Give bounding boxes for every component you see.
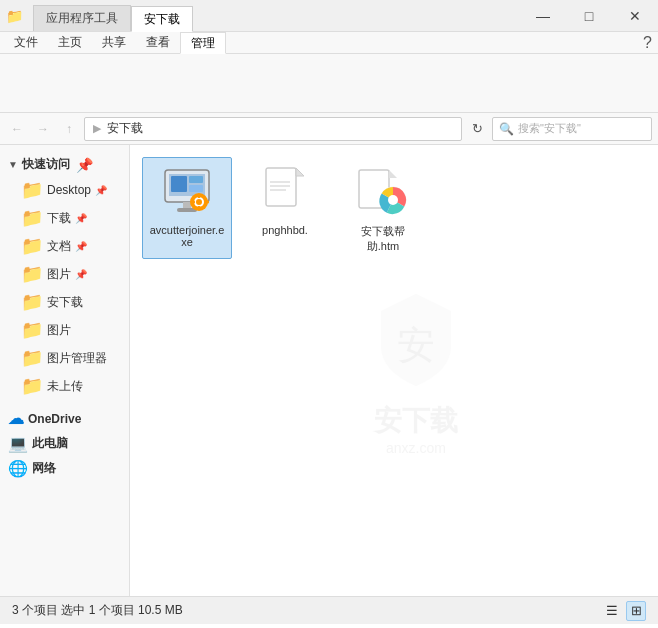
title-bar: 📁 应用程序工具 安下载 — □ ✕ — [0, 0, 658, 32]
title-bar-tabs: 应用程序工具 安下载 — [29, 0, 520, 31]
minimize-button[interactable]: — — [520, 0, 566, 32]
sidebar-item-label: 安下载 — [47, 294, 83, 311]
pin-icon: 📌 — [95, 185, 107, 196]
sidebar-item-not-uploaded[interactable]: 📁 未上传 — [0, 372, 129, 400]
sidebar-item-download[interactable]: 📁 下载 📌 — [0, 204, 129, 232]
svg-text:安: 安 — [397, 324, 435, 366]
quick-access-label: 快速访问 — [22, 156, 70, 173]
sidebar-item-label: 下载 — [47, 210, 71, 227]
svg-rect-11 — [198, 194, 201, 198]
breadcrumb-folder[interactable]: 安下载 — [107, 120, 143, 137]
sidebar-item-documents[interactable]: 📁 文档 📌 — [0, 232, 129, 260]
maximize-button[interactable]: □ — [566, 0, 612, 32]
svg-rect-5 — [189, 185, 203, 192]
breadcrumb: ▶ 安下载 — [93, 120, 147, 137]
file-label-pnghhbd: pnghhbd. — [262, 224, 308, 236]
thispc-icon: 💻 — [8, 434, 28, 453]
file-item-pnghhbd[interactable]: pnghhbd. — [240, 157, 330, 259]
pin-icon: 📌 — [75, 269, 87, 280]
network-label: 网络 — [32, 460, 56, 477]
sidebar-item-label: 未上传 — [47, 378, 83, 395]
main-area: ▼ 快速访问 📌 📁 Desktop 📌 📁 下载 📌 📁 文档 📌 📁 图片 … — [0, 145, 658, 596]
close-button[interactable]: ✕ — [612, 0, 658, 32]
watermark-sub: anxz.com — [386, 440, 446, 456]
large-icons-view-button[interactable]: ⊞ — [626, 601, 646, 621]
svg-rect-4 — [189, 176, 203, 183]
folder-icon: 📁 — [21, 375, 43, 397]
details-view-button[interactable]: ☰ — [602, 601, 622, 621]
address-right: ↻ — [466, 118, 488, 140]
file-label-htm: 安下载帮助.htm — [361, 224, 405, 254]
ribbon: 文件 主页 共享 查看 管理 ? — [0, 32, 658, 113]
thispc-label: 此电脑 — [32, 435, 68, 452]
sidebar-item-desktop[interactable]: 📁 Desktop 📌 — [0, 176, 129, 204]
file-item-htm[interactable]: 安下载帮助.htm — [338, 157, 428, 259]
tab-app-tools[interactable]: 应用程序工具 — [33, 5, 131, 31]
watermark: 安 安下载 anxz.com — [361, 286, 471, 456]
svg-rect-12 — [198, 206, 201, 210]
svg-rect-15 — [266, 168, 296, 206]
folder-icon: 📁 — [21, 347, 43, 369]
sidebar-onedrive[interactable]: ☁ OneDrive — [0, 406, 129, 431]
sidebar-item-label: 文档 — [47, 238, 71, 255]
pin-icon: 📌 — [75, 241, 87, 252]
file-icon-exe — [157, 162, 217, 222]
file-label-exe: avcutterjoiner.exe — [147, 224, 227, 248]
sidebar-item-pictures-manager[interactable]: 📁 图片管理器 — [0, 344, 129, 372]
sidebar-thispc[interactable]: 💻 此电脑 — [0, 431, 129, 456]
onedrive-icon: ☁ — [8, 409, 24, 428]
file-icon-pnghhbd — [255, 162, 315, 222]
folder-icon: 📁 — [21, 235, 43, 257]
svg-marker-22 — [389, 170, 397, 178]
refresh-button[interactable]: ↻ — [466, 118, 488, 140]
breadcrumb-sep: ▶ — [93, 122, 101, 135]
folder-icon: 📁 — [21, 263, 43, 285]
svg-rect-6 — [183, 202, 191, 208]
file-item-exe[interactable]: avcutterjoiner.exe — [142, 157, 232, 259]
quick-access-pin-icon: 📌 — [76, 157, 93, 173]
title-bar-icon: 📁 — [0, 0, 29, 31]
ribbon-tab-bar: 文件 主页 共享 查看 管理 ? — [0, 32, 658, 54]
ribbon-tab-manage[interactable]: 管理 — [180, 32, 226, 54]
sidebar-network[interactable]: 🌐 网络 — [0, 456, 129, 481]
svg-point-10 — [196, 199, 202, 205]
ribbon-tab-view[interactable]: 查看 — [136, 32, 180, 53]
ribbon-content — [0, 54, 658, 112]
address-bar: ← → ↑ ▶ 安下载 ↻ 🔍 搜索"安下载" — [0, 113, 658, 145]
pin-icon: 📌 — [75, 213, 87, 224]
search-icon: 🔍 — [499, 122, 514, 136]
sidebar-item-pictures[interactable]: 📁 图片 📌 — [0, 260, 129, 288]
ribbon-help-icon[interactable]: ? — [643, 34, 652, 52]
forward-button[interactable]: → — [32, 118, 54, 140]
ribbon-tab-home[interactable]: 主页 — [48, 32, 92, 53]
file-icon-htm — [353, 162, 413, 222]
up-button[interactable]: ↑ — [58, 118, 80, 140]
back-button[interactable]: ← — [6, 118, 28, 140]
status-view-controls: ☰ ⊞ — [602, 601, 646, 621]
search-placeholder: 搜索"安下载" — [518, 121, 581, 136]
status-info: 3 个项目 选中 1 个项目 10.5 MB — [12, 602, 602, 619]
app-icon: 📁 — [6, 8, 23, 24]
onedrive-label: OneDrive — [28, 412, 81, 426]
svg-point-24 — [388, 195, 398, 205]
status-bar: 3 个项目 选中 1 个项目 10.5 MB ☰ ⊞ — [0, 596, 658, 624]
sidebar-quick-access[interactable]: ▼ 快速访问 📌 — [0, 153, 129, 176]
search-box[interactable]: 🔍 搜索"安下载" — [492, 117, 652, 141]
folder-icon: 📁 — [21, 207, 43, 229]
watermark-text: 安下载 — [374, 402, 458, 440]
ribbon-tab-file[interactable]: 文件 — [4, 32, 48, 53]
file-area[interactable]: 安 安下载 anxz.com — [130, 145, 658, 596]
svg-rect-3 — [171, 176, 187, 192]
folder-icon: 📁 — [21, 291, 43, 313]
sidebar-item-label: 图片 — [47, 322, 71, 339]
network-icon: 🌐 — [8, 459, 28, 478]
tab-download[interactable]: 安下载 — [131, 6, 193, 32]
sidebar: ▼ 快速访问 📌 📁 Desktop 📌 📁 下载 📌 📁 文档 📌 📁 图片 … — [0, 145, 130, 596]
folder-icon: 📁 — [21, 179, 43, 201]
sidebar-item-pictures2[interactable]: 📁 图片 — [0, 316, 129, 344]
title-bar-controls: — □ ✕ — [520, 0, 658, 31]
ribbon-tab-share[interactable]: 共享 — [92, 32, 136, 53]
address-box[interactable]: ▶ 安下载 — [84, 117, 462, 141]
sidebar-item-anxiazai[interactable]: 📁 安下载 — [0, 288, 129, 316]
sidebar-item-label: 图片管理器 — [47, 350, 107, 367]
